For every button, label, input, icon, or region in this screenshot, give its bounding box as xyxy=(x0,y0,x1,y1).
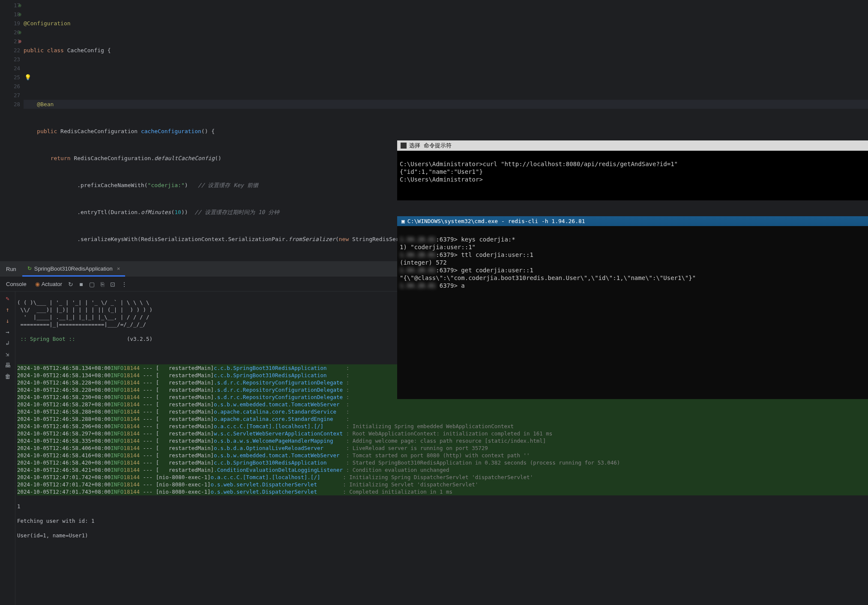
cmd-titlebar[interactable]: 选择 命令提示符 xyxy=(397,140,868,151)
redis-line: 1) "coderjia:user::1" xyxy=(400,244,476,250)
tab-label: SpringBoot310RedisApplication xyxy=(34,265,113,272)
keyword: class xyxy=(44,47,67,54)
console-tab[interactable]: Console xyxy=(3,281,29,287)
exit-icon[interactable]: ⎘ xyxy=(101,281,104,288)
log-line: 2024-10-05T12:47:01.743+08:00 INFO 18144… xyxy=(17,488,868,495)
class-name: CacheConfig xyxy=(67,47,104,54)
actuator-tab[interactable]: ◉Actuator xyxy=(35,281,62,287)
line-number: 27 xyxy=(0,91,20,100)
log-line: 2024-10-05T12:46:58.297+08:00 INFO 18144… xyxy=(17,430,868,437)
log-line: 2024-10-05T12:46:58.287+08:00 INFO 18144… xyxy=(17,401,868,408)
boot-version: (v3.2.5) xyxy=(75,336,153,342)
string-literal: "coderjia:" xyxy=(148,182,185,188)
run-label: Run xyxy=(0,266,22,272)
static-method: fromSerializer xyxy=(288,236,335,242)
ip-blurred: 1.94.26.81 xyxy=(400,266,436,274)
log-line: 2024-10-05T12:46:58.406+08:00 INFO 18144… xyxy=(17,444,868,452)
type: RedisCacheConfiguration xyxy=(60,128,141,134)
redis-line: "{\"@class\":\"com.coderjia.boot310redis… xyxy=(400,274,696,281)
number-literal: 10 xyxy=(174,209,181,215)
line-number: 22 xyxy=(0,46,20,55)
redis-line: :6379> ttl coderjia:user::1 xyxy=(436,251,533,258)
redis-line: (integer) 572 xyxy=(400,259,447,266)
gutter-breakpoint-icon[interactable]: ● xyxy=(13,37,21,46)
log-line: 2024-10-05T12:46:58.416+08:00 INFO 18144… xyxy=(17,452,868,459)
annotation: @Configuration xyxy=(24,20,71,27)
close-icon[interactable]: × xyxy=(117,265,120,272)
paren: ) xyxy=(185,182,198,188)
lightbulb-icon[interactable]: 💡 xyxy=(24,73,31,82)
method-name: cacheConfiguration xyxy=(141,128,201,134)
stdout-line: Fetching user with id: 1 xyxy=(17,517,868,525)
run-config-tab[interactable]: ↻ SpringBoot310RedisApplication × xyxy=(22,262,125,277)
annotation: @Bean xyxy=(37,101,54,107)
log-left-toolbar: ✎ ↑ ↓ → ↲ ⇲ 🖶 🗑 xyxy=(0,292,15,605)
trash-icon[interactable]: 🗑 xyxy=(5,373,11,380)
camera-icon[interactable]: ▢ xyxy=(89,281,95,288)
scroll-end-icon[interactable]: ⇲ xyxy=(6,351,9,358)
call: .entryTtl(Duration. xyxy=(77,209,141,215)
cmd-line: {"id":1,"name":"User1"} xyxy=(400,168,483,175)
log-line: 2024-10-05T12:47:01.742+08:00 INFO 18144… xyxy=(17,481,868,488)
log-line: 2024-10-05T12:46:58.296+08:00 INFO 18144… xyxy=(17,423,868,430)
stdout-line: 1 xyxy=(17,503,868,510)
gutter-spring-icon[interactable]: ◉ xyxy=(13,10,21,19)
ip-blurred: 1.94.26.81 xyxy=(400,235,436,243)
wrap-icon[interactable]: ↲ xyxy=(6,340,9,346)
parens: () xyxy=(215,155,221,161)
redis-title-text: C:\WINDOWS\system32\cmd.exe - redis-cli … xyxy=(407,218,585,224)
line-number: 23 xyxy=(0,55,20,64)
static-method: defaultCacheConfig xyxy=(154,155,215,161)
line-number: 25 xyxy=(0,73,20,82)
cmd-output[interactable]: C:\Users\Administrator>curl "http://loca… xyxy=(397,151,868,200)
keyword: public xyxy=(37,128,60,134)
log-line: 2024-10-05T12:46:58.288+08:00 INFO 18144… xyxy=(17,415,868,423)
comment: // 设置缓存过期时间为 10 分钟 xyxy=(195,209,279,215)
up-icon[interactable]: ↑ xyxy=(6,306,9,313)
log-line: 2024-10-05T12:46:58.420+08:00 INFO 18144… xyxy=(17,459,868,466)
static-method: ofMinutes xyxy=(141,209,171,215)
keyword: new xyxy=(339,236,352,242)
log-line: 2024-10-05T12:47:01.742+08:00 INFO 18144… xyxy=(17,474,868,481)
cmd-title-text: 选择 命令提示符 xyxy=(409,142,452,149)
line-number: 28 xyxy=(0,100,20,109)
redis-line: :6379> get coderjia:user::1 xyxy=(436,267,533,274)
redis-output[interactable]: 1.94.26.81:6379> keys coderjia:* 1) "cod… xyxy=(397,226,868,399)
redis-line: :6379> keys coderjia:* xyxy=(436,236,515,243)
log-line: 2024-10-05T12:46:58.335+08:00 INFO 18144… xyxy=(17,437,868,444)
log-line: 2024-10-05T12:46:58.421+08:00 INFO 18144… xyxy=(17,466,868,474)
cmd-line: C:\Users\Administrator> xyxy=(400,176,483,183)
spring-run-icon: ↻ xyxy=(27,265,32,271)
cmd-line: C:\Users\Administrator>curl "http://loca… xyxy=(400,161,678,167)
line-number: 24 xyxy=(0,64,20,73)
redis-titlebar[interactable]: ▣ C:\WINDOWS\system32\cmd.exe - redis-cl… xyxy=(397,216,868,226)
down-icon[interactable]: ↓ xyxy=(6,317,9,324)
parens: () { xyxy=(201,128,215,134)
cmd-icon xyxy=(401,143,407,149)
brace: { xyxy=(104,47,111,54)
paren: )) xyxy=(181,209,195,215)
cmd-prompt-window[interactable]: 选择 命令提示符 C:\Users\Administrator>curl "ht… xyxy=(397,140,868,200)
rerun-icon[interactable]: ↻ xyxy=(68,281,73,288)
stop-icon[interactable]: ■ xyxy=(79,281,83,288)
gutter-spring-icon[interactable]: ◉ xyxy=(13,1,21,10)
step-icon[interactable]: → xyxy=(6,328,9,335)
redis-cli-window[interactable]: ▣ C:\WINDOWS\system32\cmd.exe - redis-cl… xyxy=(397,216,868,399)
log-line: 2024-10-05T12:46:58.288+08:00 INFO 18144… xyxy=(17,408,868,415)
pencil-icon[interactable]: ✎ xyxy=(6,295,9,302)
line-number-gutter: ◉ ◉ ◉ ● 17 18 19 20 21 22 23 24 25 26 27… xyxy=(0,0,24,257)
call: .serializeKeysWith(RedisSerializationCon… xyxy=(77,236,288,242)
line-number: 26 xyxy=(0,82,20,91)
more-icon[interactable]: ⋮ xyxy=(121,281,127,288)
gutter-bean-icon[interactable]: ◉ xyxy=(13,28,21,37)
call: .prefixCacheNameWith( xyxy=(77,182,147,188)
redis-line: 6379> a xyxy=(440,282,465,289)
keyword: return xyxy=(51,155,74,161)
print-icon[interactable]: 🖶 xyxy=(5,362,11,369)
paren: ( xyxy=(335,236,339,242)
stdout-line: User(id=1, name=User1) xyxy=(17,532,868,539)
call: RedisCacheConfiguration. xyxy=(74,155,154,161)
ip-blurred: 1.94.26.81 xyxy=(400,282,436,289)
layout-icon[interactable]: ⊡ xyxy=(110,281,115,288)
comment: // 设置缓存 Key 前缀 xyxy=(198,182,258,188)
